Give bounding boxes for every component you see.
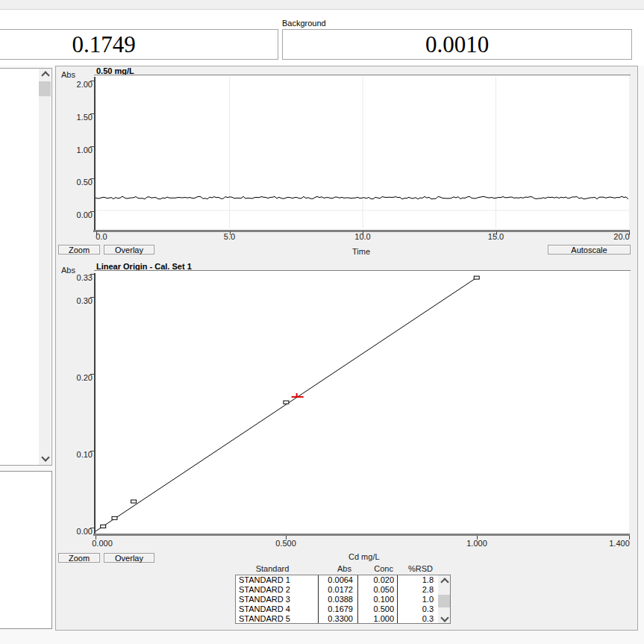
y-tick-label: 0.20 <box>77 373 93 382</box>
scroll-up-icon[interactable] <box>41 71 49 79</box>
y-tick-label: 0.33 <box>77 273 93 282</box>
signal-value-box: 0.1749 <box>0 29 278 60</box>
y-tick-label: 1.50 <box>77 113 93 122</box>
y-tick-label: 1.00 <box>77 146 93 154</box>
cal-x-axis <box>93 534 630 536</box>
signal-trace-svg <box>96 75 629 230</box>
results-list-panel <box>0 68 52 466</box>
x-tick-label: 15.0 <box>488 232 504 241</box>
y-tick-label: 0.50 <box>77 178 93 187</box>
table-header-standard: Standard <box>256 564 290 573</box>
cal-curve-svg <box>96 272 629 534</box>
scrollbar-thumb[interactable] <box>39 81 51 96</box>
x-tick-label: 0.500 <box>275 539 296 548</box>
cell-standard: STANDARD 2 <box>239 585 290 595</box>
signal-x-axis-title: Time <box>352 247 370 256</box>
table-row[interactable]: STANDARD 30.03880.1001.0 <box>236 595 437 604</box>
table-row[interactable]: STANDARD 50.33001.0000.3 <box>236 614 437 624</box>
standard-point-marker <box>284 401 289 404</box>
table-row[interactable]: STANDARD 20.01720.0502.8 <box>236 585 437 595</box>
y-tick-label: 2.00 <box>77 80 93 89</box>
instrument-window: 0.1749 Background 0.0010 Abs 0.50 mg/L Z… <box>0 0 644 644</box>
signal-y-axis-title: Abs <box>61 70 75 79</box>
x-tick-label: 0.0 <box>96 232 107 241</box>
background-label: Background <box>282 19 326 28</box>
cell-standard: STANDARD 1 <box>239 575 290 585</box>
cell-standard: STANDARD 4 <box>239 604 290 614</box>
x-tick-label: 1.400 <box>609 539 630 548</box>
table-row[interactable]: STANDARD 40.16790.5000.3 <box>236 604 437 614</box>
signal-autoscale-button[interactable]: Autoscale <box>548 245 631 254</box>
cal-zoom-button[interactable]: Zoom <box>58 553 100 563</box>
signal-value: 0.1749 <box>72 31 135 58</box>
cell-standard: STANDARD 5 <box>239 614 290 624</box>
table-scrollbar[interactable] <box>438 575 450 623</box>
standard-point-marker <box>112 516 117 519</box>
signal-y-axis <box>94 77 96 231</box>
background-value-box: 0.0010 <box>282 29 632 60</box>
table-header-abs: Abs <box>337 564 351 573</box>
table-header-rsd: %RSD <box>408 564 433 573</box>
cal-x-axis-title: Cd mg/L <box>348 552 380 561</box>
y-tick-label: 0.10 <box>77 450 93 459</box>
cal-y-axis-title: Abs <box>61 266 75 275</box>
standard-point-marker <box>101 525 106 528</box>
x-tick-label: 0.000 <box>92 539 113 548</box>
table-header-conc: Conc <box>374 564 393 573</box>
x-tick-label: 5.0 <box>224 232 235 241</box>
scroll-up-icon[interactable] <box>440 578 448 586</box>
scroll-down-icon[interactable] <box>41 453 49 461</box>
results-scrollbar[interactable] <box>39 69 51 465</box>
y-tick-label: 0.30 <box>77 296 93 305</box>
x-tick-label: 20.0 <box>613 232 629 241</box>
cal-y-axis <box>94 273 96 534</box>
y-tick-label: 0.00 <box>77 210 93 219</box>
scrollbar-thumb[interactable] <box>438 595 450 607</box>
signal-overlay-button[interactable]: Overlay <box>104 245 154 254</box>
x-tick-label: 10.0 <box>354 232 370 241</box>
y-tick-label: 0.00 <box>77 527 93 536</box>
lower-left-panel <box>0 471 52 629</box>
cal-overlay-button[interactable]: Overlay <box>104 553 154 563</box>
signal-zoom-button[interactable]: Zoom <box>58 245 100 254</box>
background-value: 0.0010 <box>425 31 489 58</box>
standard-point-marker <box>474 276 479 279</box>
scroll-down-icon[interactable] <box>440 613 448 622</box>
cell-standard: STANDARD 3 <box>239 595 290 604</box>
toolbar-edge <box>0 0 644 10</box>
x-tick-label: 1.000 <box>466 539 487 548</box>
standard-point-marker <box>131 500 137 503</box>
table-row[interactable]: STANDARD 10.00640.0201.8 <box>236 575 437 585</box>
